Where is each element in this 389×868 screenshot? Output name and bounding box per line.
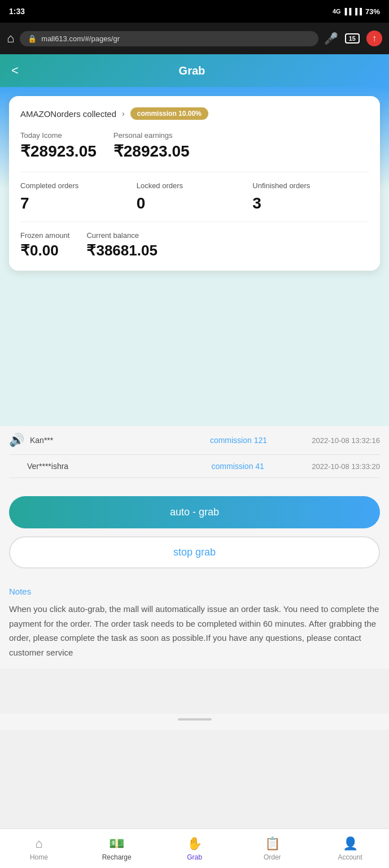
account-icon: 👤	[343, 836, 358, 851]
grab-icon: ✋	[187, 836, 202, 851]
card-header: AMAZONorders collected › commission 10.0…	[20, 107, 369, 120]
arrow-icon: ›	[122, 109, 125, 118]
page-header: < Grab	[0, 54, 389, 87]
nav-label-account: Account	[338, 853, 362, 861]
unfinished-orders-value: 3	[252, 194, 369, 212]
today-income: Today Icome ₹28923.05	[20, 131, 97, 160]
recharge-icon: 💵	[109, 836, 124, 851]
transaction-date-2: 2022-10-08 13:33:20	[312, 462, 380, 471]
browser-bar: ⌂ 🔒 mall613.com/#/pages/gr 🎤 15 ↑	[0, 23, 389, 54]
transaction-name-1: Kan***	[30, 436, 165, 445]
unfinished-orders-label: Unfinished orders	[252, 181, 369, 191]
order-icon: 📋	[265, 836, 280, 851]
locked-orders-label: Locked orders	[137, 181, 253, 191]
scroll-indicator	[0, 714, 389, 730]
main-content: AMAZONorders collected › commission 10.0…	[0, 87, 389, 426]
earnings-row: Today Icome ₹28923.05 Personal earnings …	[20, 131, 369, 160]
browser-home-icon[interactable]: ⌂	[7, 31, 14, 46]
lock-icon: 🔒	[28, 34, 37, 43]
personal-earnings-value: ₹28923.05	[113, 142, 190, 160]
transaction-name-2: Ver****ishra	[27, 462, 164, 471]
today-income-label: Today Icome	[20, 131, 97, 140]
today-income-value: ₹28923.05	[20, 142, 97, 160]
upload-button[interactable]: ↑	[366, 31, 382, 46]
url-bar[interactable]: 🔒 mall613.com/#/pages/gr	[20, 31, 318, 46]
balance-row: Frozen amount ₹0.00 Current balance ₹386…	[20, 222, 369, 259]
nav-item-recharge[interactable]: 💵 Recharge	[78, 829, 156, 868]
auto-grab-button[interactable]: auto - grab	[9, 496, 380, 528]
current-balance: Current balance ₹38681.05	[86, 231, 157, 259]
status-time: 1:33	[9, 7, 25, 16]
locked-orders-value: 0	[137, 194, 253, 212]
unfinished-orders: Unfinished orders 3	[252, 181, 369, 212]
bottom-nav: ⌂ Home 💵 Recharge ✋ Grab 📋 Order 👤 Accou…	[0, 828, 389, 868]
personal-earnings-label: Personal earnings	[113, 131, 190, 140]
notes-text: When you click auto-grab, the mall will …	[9, 602, 380, 659]
notes-area: Notes When you click auto-grab, the mall…	[0, 578, 389, 669]
battery-level: 73%	[365, 7, 380, 16]
stop-grab-button[interactable]: stop grab	[9, 536, 380, 568]
frozen-amount-label: Frozen amount	[20, 231, 69, 240]
back-button[interactable]: <	[11, 63, 19, 78]
transaction-commission-1: commission 121	[171, 436, 307, 445]
microphone-icon[interactable]: 🎤	[324, 32, 338, 45]
current-balance-label: Current balance	[86, 231, 157, 240]
nav-label-home: Home	[30, 853, 48, 861]
nav-label-recharge: Recharge	[102, 853, 132, 861]
nav-label-grab: Grab	[187, 853, 202, 861]
status-bar: 1:33 4G ▐▐ ▐▐ 73%	[0, 0, 389, 23]
locked-orders: Locked orders 0	[137, 181, 253, 212]
completed-orders-label: Completed orders	[20, 181, 137, 191]
nav-item-account[interactable]: 👤 Account	[311, 829, 389, 868]
url-text: mall613.com/#/pages/gr	[41, 34, 120, 43]
transaction-commission-2: commission 41	[169, 462, 306, 471]
page-title: Grab	[28, 64, 356, 77]
home-icon: ⌂	[35, 836, 42, 851]
card-header-text: AMAZONorders collected	[20, 109, 116, 119]
transaction-date-1: 2022-10-08 13:32:16	[312, 436, 380, 445]
completed-orders: Completed orders 7	[20, 181, 137, 212]
personal-earnings: Personal earnings ₹28923.05	[113, 131, 190, 160]
tab-count[interactable]: 15	[345, 33, 360, 44]
current-balance-value: ₹38681.05	[86, 242, 157, 259]
notes-title: Notes	[9, 587, 380, 596]
commission-badge: commission 10.00%	[130, 107, 208, 120]
nav-item-grab[interactable]: ✋ Grab	[156, 829, 234, 868]
frozen-amount-value: ₹0.00	[20, 242, 69, 259]
buttons-area: auto - grab stop grab	[0, 487, 389, 578]
completed-orders-value: 7	[20, 194, 137, 212]
nav-item-order[interactable]: 📋 Order	[233, 829, 311, 868]
nav-label-order: Order	[264, 853, 281, 861]
divider-pill	[178, 718, 212, 721]
stats-card: AMAZONorders collected › commission 10.0…	[9, 96, 380, 271]
table-row: 🔊 Kan*** commission 121 2022-10-08 13:32…	[9, 426, 380, 455]
sound-icon: 🔊	[9, 433, 24, 448]
transactions-area: 🔊 Kan*** commission 121 2022-10-08 13:32…	[0, 426, 389, 487]
browser-actions: 🎤 15 ↑	[324, 31, 382, 46]
status-right: 4G ▐▐ ▐▐ 73%	[333, 7, 380, 16]
orders-row: Completed orders 7 Locked orders 0 Unfin…	[20, 172, 369, 212]
bottom-spacer	[0, 669, 389, 714]
table-row: Ver****ishra commission 41 2022-10-08 13…	[9, 455, 380, 478]
frozen-amount: Frozen amount ₹0.00	[20, 231, 69, 259]
signal-icon: 4G ▐▐ ▐▐	[333, 8, 362, 15]
nav-item-home[interactable]: ⌂ Home	[0, 829, 78, 868]
